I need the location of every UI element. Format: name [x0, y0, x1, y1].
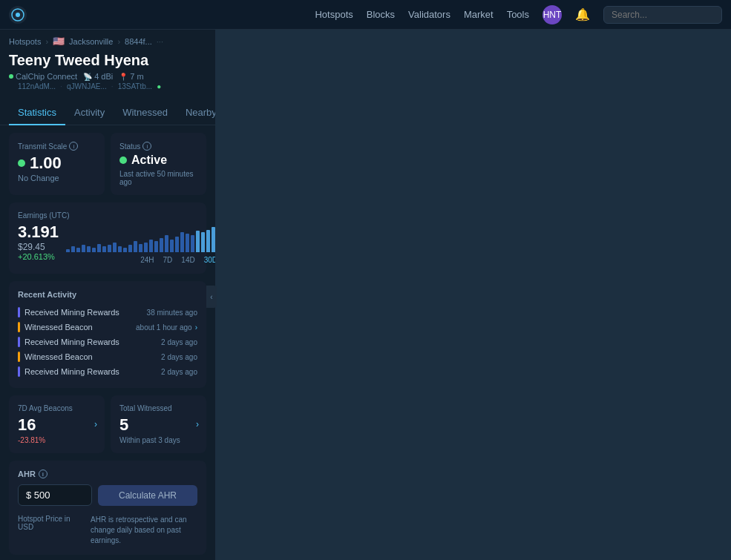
bc-location[interactable]: Jacksonville	[69, 37, 113, 46]
bar-item	[118, 246, 122, 252]
bar-item	[128, 245, 132, 252]
total-witnessed-arrow: ›	[196, 419, 199, 429]
transmit-info-icon[interactable]: i	[69, 142, 78, 151]
ahr-input[interactable]	[18, 484, 92, 506]
bell-icon[interactable]: 🔔	[575, 7, 590, 22]
bar-item	[97, 244, 101, 252]
calculate-ahr-button[interactable]: Calculate AHR	[98, 485, 197, 506]
tab-activity[interactable]: Activity	[65, 101, 114, 125]
avg-beacons-change: -23.81%	[18, 436, 96, 444]
activity-item[interactable]: Witnessed Beacon 2 days ago	[18, 349, 197, 364]
bar-item	[160, 238, 163, 252]
bar-item	[82, 245, 85, 252]
activity-label: Witnessed Beacon	[24, 323, 93, 332]
map-container: 2 2 2 2 2 3 2 2 3 3 3 2 3	[215, 30, 731, 560]
meta-dbi: 📡 4 dBi	[83, 72, 113, 81]
addr-1[interactable]: 112nAdM...	[18, 82, 56, 90]
activity-item[interactable]: Received Mining Rewards 38 minutes ago	[18, 305, 197, 320]
transmit-sub: No Change	[18, 174, 96, 182]
breadcrumb: Hotspots › 🇺🇸 Jacksonville › 8844f... ··…	[0, 30, 215, 50]
hotspot-address: 112nAdM... · qJWNJAE... · 13SATtb... ●	[9, 81, 206, 95]
activity-time-text: 2 days ago	[161, 353, 197, 361]
status-value: Active	[119, 154, 197, 167]
recent-activity-title: Recent Activity	[18, 290, 197, 299]
time-btn-14d[interactable]: 14D	[178, 255, 197, 265]
activity-arrow: ›	[195, 323, 197, 332]
time-btn-24h[interactable]: 24H	[137, 255, 157, 265]
logo[interactable]	[9, 6, 27, 24]
provider-dot	[9, 74, 13, 79]
earnings-value: 3.191	[18, 223, 59, 242]
ahr-hint-left: Hotspot Price in USD	[18, 515, 85, 546]
activity-color-bar	[18, 352, 20, 362]
nav-market[interactable]: Market	[464, 9, 494, 20]
activity-time-text: 2 days ago	[161, 338, 197, 346]
transmit-dot	[18, 159, 25, 167]
nav-validators[interactable]: Validators	[408, 9, 450, 20]
total-witnessed-card[interactable]: Total Witnessed 5 Within past 3 days ›	[111, 395, 206, 453]
nav-blocks[interactable]: Blocks	[367, 9, 395, 20]
bar-item	[123, 248, 127, 252]
bar-item	[108, 245, 111, 252]
bar-item	[66, 249, 70, 252]
bar-item	[144, 243, 148, 252]
tabs: Statistics Activity Witnessed Nearby	[0, 101, 215, 125]
ahr-hint-right: AHR is retrospective and can change dail…	[91, 515, 197, 546]
nav-hotspots[interactable]: Hotspots	[315, 9, 353, 20]
status-info-icon[interactable]: i	[142, 142, 151, 151]
ahr-info-icon[interactable]: i	[39, 470, 47, 478]
avg-beacons-card[interactable]: 7D Avg Beacons 16 -23.81% ›	[9, 395, 105, 453]
hotspot-header: Teeny Tweed Hyena CalChip Connect 📡 4 dB…	[0, 50, 215, 101]
bar-item	[201, 232, 205, 252]
bar-item	[76, 248, 80, 252]
hotspot-meta: CalChip Connect 📡 4 dBi 📍 7 m	[9, 72, 206, 81]
activity-label: Received Mining Rewards	[24, 367, 119, 376]
activity-list: Received Mining Rewards 38 minutes ago W…	[18, 305, 197, 379]
nav-tools[interactable]: Tools	[507, 9, 529, 20]
activity-item[interactable]: Received Mining Rewards 2 days ago	[18, 364, 197, 379]
ahr-row: Calculate AHR	[18, 484, 197, 506]
top-nav: Hotspots Blocks Validators Market Tools …	[0, 0, 731, 30]
bc-sep1: ›	[45, 37, 48, 46]
avg-beacons-value: 16	[18, 415, 96, 435]
tab-statistics[interactable]: Statistics	[9, 101, 65, 125]
activity-time-text: 38 minutes ago	[147, 309, 197, 317]
bar-item	[180, 232, 184, 252]
tab-nearby[interactable]: Nearby	[177, 101, 215, 125]
time-btn-7d[interactable]: 7D	[160, 255, 176, 265]
status-last-active: Last active 50 minutes ago	[119, 170, 197, 186]
bc-address[interactable]: 8844f...	[125, 37, 152, 46]
activity-label: Received Mining Rewards	[24, 337, 119, 346]
addr-3[interactable]: 13SATtb...	[118, 82, 153, 90]
nav-links: Hotspots Blocks Validators Market Tools …	[315, 5, 722, 24]
meta-provider: CalChip Connect	[9, 72, 77, 81]
earnings-bars	[66, 223, 215, 252]
recent-activity-card: Recent Activity Received Mining Rewards …	[9, 281, 206, 388]
time-btn-30d[interactable]: 30D	[201, 255, 215, 265]
top-cards-row: Transmit Scale i 1.00 No Change Status i	[9, 133, 206, 195]
earnings-label: Earnings (UTC)	[18, 211, 197, 220]
left-panel: Hotspots › 🇺🇸 Jacksonville › 8844f... ··…	[0, 30, 215, 560]
bar-item	[186, 234, 189, 252]
total-witnessed-desc: Within past 3 days	[119, 436, 197, 444]
map-background	[215, 30, 731, 560]
activity-item[interactable]: Received Mining Rewards 2 days ago	[18, 335, 197, 349]
bottom-stats-row: 7D Avg Beacons 16 -23.81% › Total Witnes…	[9, 395, 206, 453]
activity-item[interactable]: Witnessed Beacon about 1 hour ago ›	[18, 320, 197, 335]
activity-label: Witnessed Beacon	[24, 352, 93, 361]
bar-item	[102, 246, 106, 252]
bar-item	[87, 246, 91, 252]
hotspot-name: Teeny Tweed Hyena	[9, 51, 206, 69]
bc-ellipsis: ···	[157, 37, 163, 46]
status-label: Status i	[119, 142, 197, 151]
tab-witnessed[interactable]: Witnessed	[114, 101, 177, 125]
status-dot	[119, 157, 127, 164]
bc-hotspots[interactable]: Hotspots	[9, 37, 41, 46]
addr-2[interactable]: qJWNJAE...	[67, 82, 107, 90]
bar-item	[206, 230, 210, 252]
collapse-panel-button[interactable]: ‹	[206, 286, 217, 308]
time-buttons: 24H 7D 14D 30D	[66, 255, 215, 265]
search-input[interactable]	[603, 6, 722, 24]
hnt-button[interactable]: HNT	[542, 5, 562, 24]
meta-distance: 📍 7 m	[119, 72, 143, 81]
